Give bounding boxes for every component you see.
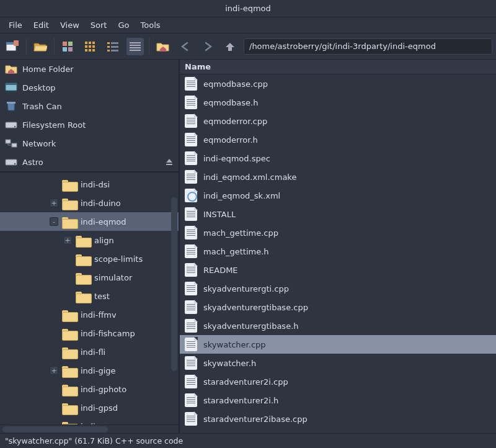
svg-rect-19 bbox=[111, 46, 118, 48]
menu-file[interactable]: File bbox=[4, 19, 27, 32]
file-row[interactable]: eqmodbase.h bbox=[180, 93, 496, 112]
folder-icon bbox=[62, 179, 77, 190]
tree-label: indi-fishcamp bbox=[81, 329, 135, 338]
menu-go[interactable]: Go bbox=[113, 19, 134, 32]
text-file-icon bbox=[185, 226, 197, 240]
file-row[interactable]: indi-eqmod.spec bbox=[180, 149, 496, 168]
menu-view[interactable]: View bbox=[55, 19, 84, 32]
place-network[interactable]: Network bbox=[0, 134, 179, 153]
nav-home-button[interactable] bbox=[154, 38, 172, 55]
eject-icon[interactable] bbox=[165, 158, 174, 166]
nav-up-button[interactable] bbox=[221, 38, 239, 55]
file-row[interactable]: mach_gettime.h bbox=[180, 242, 496, 261]
folder-icon bbox=[76, 290, 91, 302]
view-icons-button[interactable] bbox=[60, 38, 77, 55]
text-file-icon bbox=[185, 114, 197, 128]
tree-item-indi-gpsd[interactable]: +indi-gpsd bbox=[0, 398, 179, 417]
svg-rect-25 bbox=[130, 50, 141, 51]
folder-icon bbox=[62, 328, 77, 339]
place-label: Astro bbox=[22, 158, 43, 167]
menu-sort[interactable]: Sort bbox=[86, 19, 112, 32]
svg-rect-16 bbox=[107, 42, 110, 44]
nav-back-button[interactable] bbox=[177, 38, 194, 55]
column-header-name[interactable]: Name bbox=[180, 60, 496, 74]
toolbar-separator bbox=[149, 38, 149, 55]
file-row[interactable]: staradventurer2ibase.cpp bbox=[180, 410, 496, 428]
svg-rect-3 bbox=[63, 42, 67, 46]
tree-panel[interactable]: +indi-dsi+indi-duino-indi-eqmod+align+sc… bbox=[0, 172, 179, 424]
tree-item-indi-fishcamp[interactable]: +indi-fishcamp bbox=[0, 324, 179, 343]
file-row[interactable]: indi_eqmod_sk.xml bbox=[180, 186, 496, 205]
svg-rect-11 bbox=[89, 45, 91, 48]
tree-expand-icon[interactable]: + bbox=[50, 199, 58, 207]
place-trash-can[interactable]: Trash Can bbox=[0, 97, 179, 115]
view-list-button[interactable] bbox=[104, 38, 122, 55]
tree-item-indi-gige[interactable]: +indi-gige bbox=[0, 361, 179, 380]
place-astro[interactable]: Astro bbox=[0, 153, 179, 171]
file-row[interactable]: skyadventurergtibase.cpp bbox=[180, 298, 496, 316]
svg-rect-20 bbox=[107, 50, 110, 52]
file-name: eqmoderror.cpp bbox=[203, 117, 267, 126]
tree-item-indi-dsi[interactable]: +indi-dsi bbox=[0, 175, 179, 194]
file-row[interactable]: eqmodbase.cpp bbox=[180, 74, 496, 93]
tree-label: indi-eqmod bbox=[81, 217, 126, 226]
tree-item-indi-fli[interactable]: +indi-fli bbox=[0, 343, 179, 361]
place-home-folder[interactable]: Home Folder bbox=[0, 60, 179, 78]
tree-hscrollbar[interactable] bbox=[0, 424, 179, 433]
file-row[interactable]: INSTALL bbox=[180, 205, 496, 223]
place-desktop[interactable]: Desktop bbox=[0, 78, 179, 97]
tree-label: scope-limits bbox=[94, 254, 143, 264]
text-file-icon bbox=[185, 300, 197, 314]
tree-item-indi-ffmv[interactable]: +indi-ffmv bbox=[0, 305, 179, 324]
view-details-button[interactable] bbox=[126, 38, 144, 55]
tree-expand-icon[interactable]: - bbox=[50, 217, 58, 226]
tree-item-align[interactable]: +align bbox=[0, 231, 179, 249]
file-name: README bbox=[203, 266, 238, 275]
svg-point-30 bbox=[14, 126, 16, 127]
file-row[interactable]: skyadventurergtibase.h bbox=[180, 316, 496, 335]
toolbar-separator bbox=[26, 38, 27, 55]
file-row[interactable]: eqmoderror.h bbox=[180, 130, 496, 149]
file-name: mach_gettime.h bbox=[203, 247, 269, 256]
svg-point-34 bbox=[14, 163, 16, 164]
tree-item-indi-gphoto[interactable]: +indi-gphoto bbox=[0, 380, 179, 398]
file-row[interactable]: skyadventurergti.cpp bbox=[180, 279, 496, 298]
menu-tools[interactable]: Tools bbox=[136, 19, 166, 32]
file-row[interactable]: staradventurer2i.h bbox=[180, 391, 496, 410]
file-row[interactable]: skywatcher.cpp bbox=[180, 335, 496, 354]
svg-rect-12 bbox=[92, 45, 95, 48]
tree-expand-icon[interactable]: + bbox=[63, 236, 72, 244]
open-folder-button[interactable] bbox=[32, 38, 49, 55]
tree-item-simulator[interactable]: +simulator bbox=[0, 268, 179, 287]
svg-rect-13 bbox=[85, 49, 87, 52]
svg-rect-6 bbox=[68, 47, 73, 52]
view-compact-button[interactable] bbox=[82, 38, 99, 55]
tree-item-indi-duino[interactable]: +indi-duino bbox=[0, 194, 179, 212]
file-row[interactable]: eqmoderror.cpp bbox=[180, 112, 496, 130]
file-name: staradventurer2ibase.cpp bbox=[203, 414, 308, 424]
folder-icon bbox=[76, 235, 91, 246]
tree-expand-icon[interactable]: + bbox=[50, 366, 58, 375]
sidebar: Home FolderDesktopTrash CanFilesystem Ro… bbox=[0, 60, 180, 433]
file-row[interactable]: skywatcher.h bbox=[180, 354, 496, 372]
tree-item-indi-eqmod[interactable]: -indi-eqmod bbox=[0, 212, 179, 231]
file-row[interactable]: indi_eqmod.xml.cmake bbox=[180, 168, 496, 186]
file-name: skywatcher.cpp bbox=[203, 340, 266, 349]
tree-item-scope-limits[interactable]: +scope-limits bbox=[0, 249, 179, 268]
file-row[interactable]: staradventurer2i.cpp bbox=[180, 372, 496, 391]
tree-scrollbar[interactable] bbox=[171, 197, 177, 371]
tree-item-test[interactable]: +test bbox=[0, 287, 179, 305]
path-input[interactable]: /home/astroberry/git/indi-3rdparty/indi-… bbox=[244, 38, 492, 55]
menu-edit[interactable]: Edit bbox=[29, 19, 54, 32]
place-filesystem-root[interactable]: Filesystem Root bbox=[0, 115, 179, 134]
file-list[interactable]: eqmodbase.cppeqmodbase.heqmoderror.cppeq… bbox=[180, 74, 496, 433]
file-row[interactable]: README bbox=[180, 261, 496, 279]
tree-item-indi-gpsnmea[interactable]: +indi-gpsnmea bbox=[0, 417, 179, 424]
file-row[interactable]: mach_gettime.cpp bbox=[180, 223, 496, 242]
tree-label: indi-duino bbox=[81, 199, 121, 208]
new-tab-button[interactable] bbox=[4, 38, 21, 55]
nav-forward-button[interactable] bbox=[199, 38, 216, 55]
place-label: Desktop bbox=[22, 83, 56, 92]
status-bar: "skywatcher.cpp" (61.7 KiB) C++ source c… bbox=[0, 433, 496, 448]
tree-label: indi-ffmv bbox=[81, 310, 117, 320]
